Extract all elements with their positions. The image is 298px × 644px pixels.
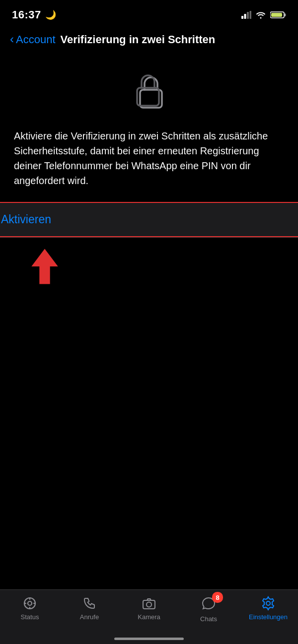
anrufe-tab-icon — [82, 596, 97, 611]
page-title: Verifizierung in zwei Schritten — [61, 33, 216, 46]
status-icons — [241, 11, 286, 19]
status-time: 16:37 — [12, 8, 41, 21]
back-button[interactable]: ‹ Account — [10, 33, 56, 46]
content-area: Aktiviere die Verifizierung in zwei Schr… — [0, 54, 298, 188]
moon-icon: 🌙 — [45, 9, 56, 20]
svg-rect-3 — [250, 11, 252, 19]
chats-badge-container: 8 — [201, 596, 216, 613]
tab-item-chats[interactable]: 8 Chats — [184, 596, 233, 623]
svg-rect-6 — [271, 13, 282, 17]
svg-marker-9 — [31, 249, 58, 284]
svg-point-17 — [147, 602, 151, 607]
arrow-indicator — [0, 247, 298, 286]
status-bar: 16:37 🌙 — [0, 0, 298, 27]
tab-item-einstellungen[interactable]: Einstellungen — [243, 596, 293, 621]
tab-bar: Status Anrufe Kamera 8 Chats Eins — [0, 589, 298, 644]
einstellungen-tab-icon — [261, 596, 276, 611]
back-label: Account — [16, 33, 56, 46]
svg-rect-5 — [285, 13, 286, 16]
description-text: Aktiviere die Verifizierung in zwei Schr… — [14, 129, 284, 188]
svg-rect-2 — [247, 12, 249, 19]
tab-item-kamera[interactable]: Kamera — [124, 596, 174, 621]
divider — [0, 237, 298, 238]
chats-tab-label: Chats — [200, 615, 217, 623]
kamera-tab-icon — [142, 596, 156, 611]
svg-point-11 — [28, 601, 32, 605]
svg-rect-1 — [244, 14, 246, 19]
svg-point-18 — [266, 601, 270, 605]
lock-icon — [127, 69, 171, 114]
chats-badge: 8 — [212, 592, 223, 603]
status-tab-label: Status — [21, 613, 39, 621]
chevron-left-icon: ‹ — [10, 32, 14, 46]
status-tab-icon — [22, 596, 37, 611]
battery-icon — [270, 11, 286, 19]
tab-item-anrufe[interactable]: Anrufe — [65, 596, 114, 621]
kamera-tab-label: Kamera — [138, 613, 160, 621]
signal-icon — [241, 11, 251, 19]
activate-label[interactable]: Aktivieren — [1, 213, 51, 226]
wifi-icon — [255, 11, 266, 19]
home-indicator — [114, 638, 184, 640]
einstellungen-tab-label: Einstellungen — [249, 613, 288, 621]
svg-rect-0 — [241, 16, 243, 19]
nav-bar: ‹ Account Verifizierung in zwei Schritte… — [0, 27, 298, 54]
red-arrow-icon — [25, 247, 65, 286]
activate-row[interactable]: Aktivieren — [0, 202, 298, 237]
tab-item-status[interactable]: Status — [5, 596, 55, 621]
anrufe-tab-label: Anrufe — [80, 613, 99, 621]
lock-icon-container — [14, 69, 284, 114]
